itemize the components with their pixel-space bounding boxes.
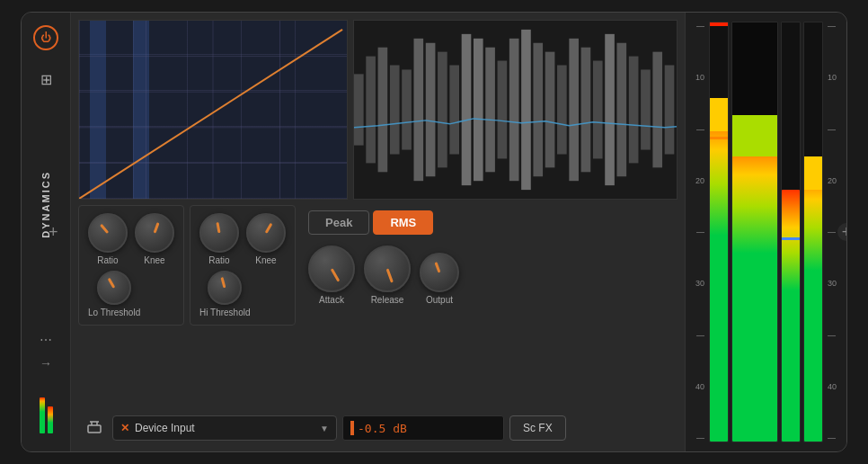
meter-fill-2: [732, 128, 777, 442]
r-scale-label-20: 20: [825, 176, 843, 185]
output-label: Output: [426, 295, 453, 305]
hi-knee-knob[interactable]: [246, 213, 286, 253]
hi-section: Ratio Knee Hi Threshold: [190, 205, 296, 326]
sc-fx-button[interactable]: Sc FX: [509, 415, 566, 441]
r-scale-label-40: 40: [825, 382, 843, 391]
meter-section: — 10 — 20 — 30 — 40 —: [685, 13, 846, 451]
svg-rect-33: [652, 52, 662, 168]
lo-knee-knob[interactable]: [135, 213, 174, 253]
release-group: Release: [364, 245, 411, 305]
file-button[interactable]: ⊞: [31, 65, 60, 94]
svg-rect-21: [509, 39, 519, 181]
svg-rect-30: [617, 43, 627, 177]
svg-rect-14: [426, 43, 436, 177]
output-group: Output: [420, 253, 459, 305]
svg-rect-18: [474, 39, 483, 181]
left-add-button[interactable]: +: [49, 223, 58, 242]
hi-threshold-group: Hi Threshold: [199, 271, 251, 317]
yellow-seg-1: [710, 98, 728, 131]
release-label: Release: [371, 295, 404, 305]
attack-label: Attack: [319, 295, 344, 305]
right-controls: Peak RMS Attack Release: [301, 205, 466, 310]
device-icon[interactable]: [82, 415, 107, 441]
plugin-container: ⏻ ⊞ DYNAMICS ⋯ →: [21, 12, 847, 452]
orange-marker-1: [710, 137, 728, 139]
dropdown-arrow-icon: ▼: [320, 424, 329, 433]
db-display: -0.5 dB: [342, 415, 504, 441]
power-button[interactable]: ⏻: [31, 23, 60, 52]
hi-threshold-knob[interactable]: [208, 271, 242, 305]
hi-ratio-knob[interactable]: [199, 213, 239, 253]
lo-ratio-knob[interactable]: [88, 213, 128, 253]
svg-rect-13: [413, 39, 423, 181]
release-knob[interactable]: [364, 245, 411, 292]
r-scale-label-dash5: —: [825, 433, 843, 442]
hi-ratio-label: Ratio: [208, 255, 229, 265]
meter-bar-2-wide: [731, 22, 778, 442]
hi-threshold-row: Hi Threshold: [199, 271, 286, 317]
ard-row: Attack Release Output: [308, 245, 459, 305]
attack-knob[interactable]: [308, 245, 355, 292]
svg-rect-17: [462, 34, 472, 185]
svg-rect-8: [354, 74, 364, 145]
waveform-area: [353, 20, 678, 200]
mini-meter-1: [40, 397, 45, 433]
meter-bar-3: [781, 22, 801, 442]
scale-label-dash4: —: [689, 331, 707, 340]
scale-label-20: 20: [689, 176, 707, 185]
r-scale-label-dash1: —: [825, 22, 843, 31]
lo-threshold-knob[interactable]: [97, 271, 131, 305]
svg-rect-26: [569, 39, 579, 181]
power-icon[interactable]: ⏻: [33, 25, 58, 50]
footer: ✕ Device Input ▼ -0.5 dB Sc FX: [78, 412, 678, 444]
scale-label-dash2: —: [689, 125, 707, 134]
meter-fill-4: [804, 156, 822, 442]
mini-meters: [40, 379, 53, 433]
yellow-seg-3: [804, 156, 822, 190]
svg-rect-15: [438, 52, 447, 168]
device-input-dropdown[interactable]: ✕ Device Input ▼: [112, 415, 337, 441]
arrow-button[interactable]: →: [40, 356, 52, 370]
scale-label-dash5: —: [689, 433, 707, 442]
hi-knee-group: Knee: [246, 213, 286, 265]
peak-button[interactable]: Peak: [308, 210, 369, 235]
meter-fill-3: [782, 190, 800, 442]
rms-button[interactable]: RMS: [373, 210, 433, 235]
svg-rect-11: [390, 66, 400, 155]
svg-rect-9: [366, 57, 376, 164]
lo-threshold-row: Lo Threshold: [88, 271, 174, 317]
mini-meter-2: [48, 406, 53, 433]
lo-ratio-label: Ratio: [97, 255, 118, 265]
svg-rect-32: [641, 69, 651, 149]
graph-svg: [79, 21, 347, 199]
svg-rect-25: [557, 66, 567, 155]
scale-label-dash3: —: [689, 228, 707, 236]
meter-bar-4: [803, 22, 823, 442]
svg-rect-31: [629, 57, 639, 164]
blue-marker-1: [782, 237, 800, 240]
svg-rect-29: [605, 34, 615, 185]
clip-indicator-1: [710, 22, 728, 26]
svg-rect-28: [593, 61, 603, 159]
device-x-icon: ✕: [120, 422, 129, 434]
lo-knee-group: Knee: [135, 213, 174, 265]
svg-rect-12: [402, 69, 412, 149]
scale-label-40: 40: [689, 382, 707, 391]
svg-rect-19: [485, 48, 495, 173]
svg-rect-10: [378, 48, 388, 173]
svg-rect-22: [521, 30, 531, 190]
meter-left-scale: — 10 — 20 — 30 — 40 —: [689, 18, 707, 446]
dots-button[interactable]: ⋯: [40, 333, 52, 347]
meter-bars-group: [709, 18, 823, 446]
hi-ratio-group: Ratio: [199, 213, 239, 265]
r-scale-label-10: 10: [825, 73, 843, 82]
svg-rect-20: [498, 61, 508, 159]
lo-threshold-label: Lo Threshold: [88, 308, 140, 317]
attack-group: Attack: [308, 245, 355, 305]
waveform-svg: [354, 21, 677, 199]
output-knob[interactable]: [420, 253, 459, 292]
controls-row: Ratio Knee Lo Threshold: [78, 205, 678, 406]
mode-buttons: Peak RMS: [308, 210, 459, 235]
lo-knee-label: Knee: [144, 255, 164, 265]
meter-bar-1: [709, 22, 729, 442]
